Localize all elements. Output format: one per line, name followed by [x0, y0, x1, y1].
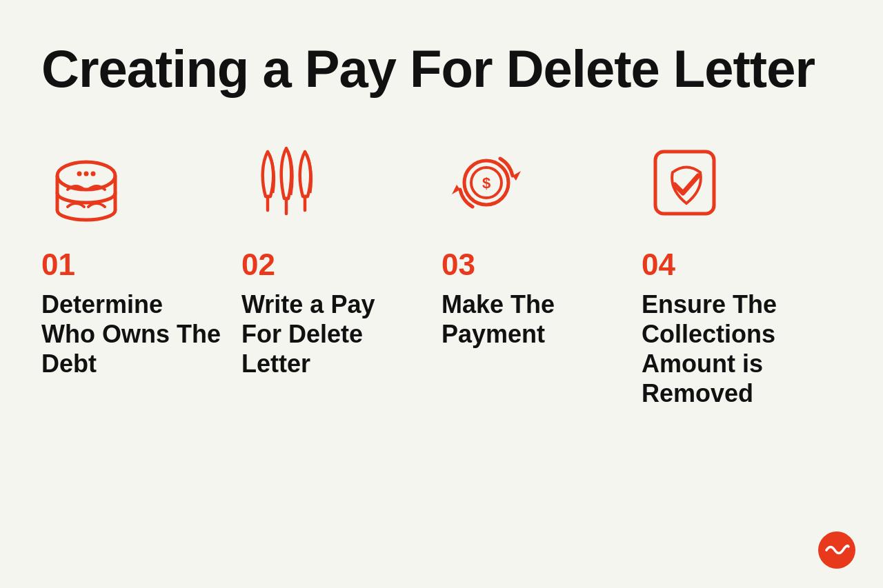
step-2-number: 02	[241, 250, 275, 280]
step-3-label: Make The Payment	[442, 290, 621, 349]
step-2-label: Write a Pay For Delete Letter	[241, 290, 421, 379]
step-1: 01 Determine Who Owns The Debt	[41, 138, 241, 379]
step-3-number: 03	[442, 250, 475, 280]
svg-text:$: $	[482, 174, 490, 192]
step-1-label: Determine Who Owns The Debt	[41, 290, 221, 379]
steps-row: 01 Determine Who Owns The Debt	[41, 138, 842, 409]
svg-point-11	[91, 171, 96, 176]
step-4-number: 04	[642, 250, 675, 280]
step-2: 02 Write a Pay For Delete Letter	[241, 138, 442, 379]
payment-icon: $	[442, 138, 531, 227]
step-3: $ 03 Make The Payment	[442, 138, 642, 349]
page-title: Creating a Pay For Delete Letter	[41, 41, 842, 97]
svg-point-10	[84, 171, 89, 176]
step-4: 04 Ensure The Collections Amount is Remo…	[642, 138, 842, 409]
svg-marker-21	[513, 171, 521, 181]
collections-removed-icon	[642, 138, 731, 227]
write-letter-icon	[241, 138, 331, 227]
svg-point-24	[818, 531, 855, 569]
step-1-number: 01	[41, 250, 75, 280]
svg-point-9	[77, 171, 82, 176]
svg-marker-22	[452, 185, 460, 194]
step-4-label: Ensure The Collections Amount is Removed	[642, 290, 821, 409]
page-container: Creating a Pay For Delete Letter	[0, 0, 883, 436]
debt-owner-icon	[41, 138, 131, 227]
brand-logo	[818, 531, 855, 569]
svg-rect-23	[655, 152, 714, 214]
